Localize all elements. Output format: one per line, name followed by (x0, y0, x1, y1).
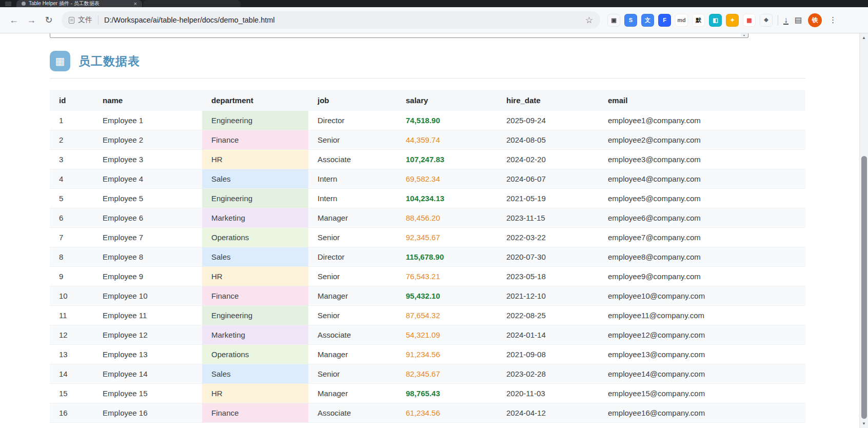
reload-button[interactable]: ↻ (40, 11, 57, 29)
cell-id: 4 (50, 169, 93, 189)
cell-hire_date: 2025-09-24 (497, 111, 599, 130)
cell-salary: 69,582.34 (397, 169, 497, 189)
cell-salary: 44,359.74 (397, 130, 497, 150)
browser-tab-active[interactable]: Table Helper 插件 - 员工数据表 × (16, 0, 142, 7)
cell-name: Employee 8 (93, 247, 202, 267)
cell-name: Employee 13 (93, 345, 202, 364)
table-row: 4Employee 4SalesIntern69,582.342024-06-0… (50, 169, 805, 189)
cell-job: Director (308, 247, 397, 267)
menu-kebab-icon[interactable]: ⋮ (826, 15, 840, 25)
table-row: 6Employee 6MarketingManager88,456.202023… (50, 208, 805, 228)
cell-department: Sales (202, 247, 308, 267)
cell-hire_date: 2023-05-18 (497, 267, 599, 286)
cell-email: employee12@company.com (599, 325, 805, 345)
table-row: 14Employee 14SalesSenior82,345.672023-02… (50, 364, 805, 384)
back-button[interactable]: ← (5, 11, 23, 29)
cell-department: Finance (202, 403, 308, 423)
cell-name: Employee 10 (93, 286, 202, 306)
table-row: 11Employee 11EngineeringSenior87,654.322… (50, 306, 805, 325)
cell-job: Associate (308, 325, 397, 345)
cell-name: Employee 6 (93, 208, 202, 228)
table-row: 8Employee 8SalesDirector115,678.902020-0… (50, 247, 805, 267)
cell-salary: 98,765.43 (397, 384, 497, 403)
orange-ext-icon[interactable]: ✦ (726, 14, 739, 27)
cell-salary: 76,543.21 (397, 267, 497, 286)
cell-hire_date: 2023-02-28 (497, 364, 599, 384)
page-scrollbar[interactable]: ▲ ▼ (859, 33, 868, 428)
cell-name: Employee 7 (93, 228, 202, 247)
cell-hire_date: 2023-11-15 (497, 208, 599, 228)
address-bar[interactable]: 文件 D:/Workspace/ai/table-helper/docs/dem… (62, 11, 600, 29)
column-header-job: job (308, 90, 397, 111)
url-text[interactable]: D:/Workspace/ai/table-helper/docs/demo_t… (104, 16, 580, 24)
cell-department: Sales (202, 364, 308, 384)
reader-mode-icon[interactable]: ▣ (607, 14, 620, 27)
cell-department: Engineering (202, 306, 308, 325)
browser-tab-inactive[interactable] (143, 0, 241, 7)
table-row: 7Employee 7OperationsSenior92,345.672022… (50, 228, 805, 247)
cell-email: employee8@company.com (599, 247, 805, 267)
translate-ext-icon[interactable]: 文 (641, 14, 654, 27)
cell-salary: 92,345.67 (397, 228, 497, 247)
cell-name: Employee 12 (93, 325, 202, 345)
cell-id: 9 (50, 267, 93, 286)
heading-divider (50, 78, 805, 79)
profile-avatar[interactable]: 铁 (808, 13, 822, 27)
cell-salary: 95,432.10 (397, 286, 497, 306)
cell-hire_date: 2021-12-10 (497, 286, 599, 306)
docs-ext-icon[interactable]: F (658, 14, 671, 27)
mo-ext-icon[interactable]: 默 (692, 14, 705, 27)
cell-job: Associate (308, 150, 397, 169)
table-row: 16Employee 16FinanceAssociate61,234.5620… (50, 403, 805, 423)
cell-id: 3 (50, 150, 93, 169)
cell-name: Employee 14 (93, 364, 202, 384)
cell-email: employee1@company.com (599, 111, 805, 130)
forward-button[interactable]: → (23, 11, 40, 29)
cell-salary: 74,518.90 (397, 111, 497, 130)
extensions-puzzle-icon[interactable]: ❖ (760, 14, 773, 27)
cell-name: Employee 2 (93, 130, 202, 150)
cell-hire_date: 2020-07-30 (497, 247, 599, 267)
grid-ext-icon[interactable]: ▦ (743, 14, 756, 27)
cell-id: 13 (50, 345, 93, 364)
table-icon: ▦ (50, 51, 70, 71)
table-row: 10Employee 10FinanceManager95,432.102021… (50, 286, 805, 306)
screenshot-ext-icon[interactable]: S (624, 14, 637, 27)
sidebar-panel-icon[interactable]: ▤ (795, 15, 802, 25)
table-row: 2Employee 2FinanceSenior44,359.742024-08… (50, 130, 805, 150)
employee-table-body: 1Employee 1EngineeringDirector74,518.902… (50, 111, 805, 423)
cell-id: 16 (50, 403, 93, 423)
cell-name: Employee 5 (93, 189, 202, 208)
cell-department: Sales (202, 169, 308, 189)
download-icon[interactable]: ↓ (783, 16, 788, 25)
cell-name: Employee 16 (93, 403, 202, 423)
column-header-id: id (50, 90, 93, 111)
cell-department: Finance (202, 130, 308, 150)
cell-email: employee11@company.com (599, 306, 805, 325)
input-box-bottom[interactable]: ▾ (50, 33, 748, 38)
cell-name: Employee 3 (93, 150, 202, 169)
cell-hire_date: 2024-04-12 (497, 403, 599, 423)
cell-name: Employee 11 (93, 306, 202, 325)
bookmark-star-icon[interactable]: ☆ (585, 15, 593, 26)
column-header-name: name (93, 90, 202, 111)
teal-ext-icon[interactable]: ◧ (709, 14, 722, 27)
cell-job: Senior (308, 364, 397, 384)
cell-hire_date: 2024-06-07 (497, 169, 599, 189)
file-scheme-chip[interactable]: 文件 (69, 15, 98, 25)
markdown-ext-icon[interactable]: md (675, 14, 688, 27)
cell-department: Marketing (202, 208, 308, 228)
column-header-email: email (599, 90, 805, 111)
scrollbar-thumb[interactable] (861, 156, 867, 419)
tab-close-icon[interactable]: × (134, 1, 137, 7)
cell-email: employee16@company.com (599, 403, 805, 423)
cell-job: Senior (308, 306, 397, 325)
scrollbar-up-icon[interactable]: ▲ (860, 33, 868, 42)
input-box-scrollbar[interactable]: ▾ (741, 33, 747, 37)
tab-title: Table Helper 插件 - 员工数据表 (29, 0, 131, 7)
cell-salary: 91,234.56 (397, 345, 497, 364)
table-row: 3Employee 3HRAssociate107,247.832024-02-… (50, 150, 805, 169)
cell-id: 1 (50, 111, 93, 130)
cell-id: 10 (50, 286, 93, 306)
scrollbar-down-icon[interactable]: ▼ (860, 419, 868, 428)
